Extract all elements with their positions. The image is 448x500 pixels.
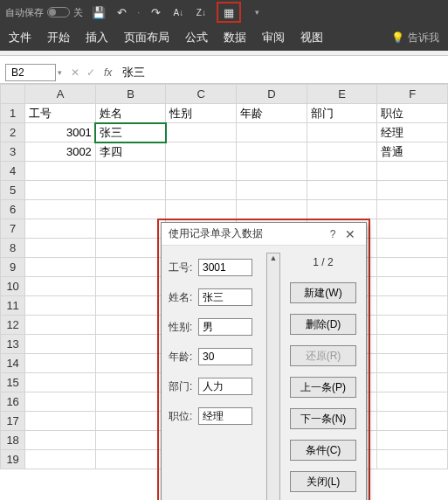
cell[interactable]	[25, 162, 96, 181]
cell[interactable]	[237, 142, 307, 162]
tab-layout[interactable]: 页面布局	[124, 30, 169, 45]
cell[interactable]	[377, 335, 448, 354]
save-icon[interactable]: 💾	[92, 5, 106, 19]
col-hdr-d[interactable]: D	[237, 85, 307, 104]
tell-me[interactable]: 💡 告诉我	[391, 31, 439, 45]
cell[interactable]: 经理	[377, 123, 448, 142]
row-hdr[interactable]: 14	[1, 354, 25, 373]
cell[interactable]	[25, 219, 96, 239]
cell[interactable]	[307, 142, 377, 162]
row-hdr[interactable]: 4	[1, 162, 25, 181]
cell[interactable]	[377, 316, 448, 335]
row-hdr[interactable]: 7	[1, 219, 25, 239]
cell[interactable]	[166, 142, 237, 162]
cell[interactable]	[95, 354, 166, 373]
cell[interactable]	[95, 316, 166, 335]
cell[interactable]: 姓名	[95, 104, 166, 123]
cell[interactable]	[25, 412, 96, 431]
cell[interactable]	[25, 450, 96, 469]
redo-icon[interactable]: ↷	[148, 5, 162, 19]
cell[interactable]	[95, 181, 166, 200]
form-icon[interactable]: ▦	[217, 2, 241, 23]
cell[interactable]	[377, 296, 448, 316]
name-box[interactable]	[5, 64, 56, 81]
tab-home[interactable]: 开始	[47, 30, 70, 45]
close-button[interactable]: 关闭(L)	[290, 471, 356, 492]
row-hdr[interactable]: 10	[1, 277, 25, 296]
cancel-icon[interactable]: ✕	[71, 66, 79, 79]
field-name-input[interactable]	[198, 288, 252, 306]
cell[interactable]	[95, 412, 166, 431]
cell[interactable]	[237, 181, 307, 200]
cell[interactable]	[307, 162, 377, 181]
field-dept-input[interactable]	[198, 378, 252, 395]
cell[interactable]	[25, 200, 96, 219]
cell-selected[interactable]: 张三	[95, 123, 166, 142]
next-button[interactable]: 下一条(N)	[290, 408, 356, 429]
cell[interactable]	[377, 450, 448, 469]
cell[interactable]	[237, 162, 307, 181]
cell[interactable]	[25, 354, 96, 373]
formula-input[interactable]	[117, 64, 448, 81]
cell[interactable]: 3002	[25, 142, 96, 162]
row-hdr[interactable]: 9	[1, 258, 25, 277]
cell[interactable]	[377, 412, 448, 431]
fx-icon[interactable]: fx	[104, 66, 112, 79]
cell[interactable]: 李四	[95, 142, 166, 162]
cell[interactable]	[25, 431, 96, 450]
tab-formula[interactable]: 公式	[185, 30, 208, 45]
cell[interactable]	[95, 431, 166, 450]
cell[interactable]	[25, 258, 96, 277]
sort-asc-icon[interactable]: A↓	[171, 5, 185, 19]
tab-file[interactable]: 文件	[9, 30, 31, 45]
row-hdr[interactable]: 12	[1, 316, 25, 335]
prev-button[interactable]: 上一条(P)	[290, 377, 356, 398]
tab-review[interactable]: 审阅	[262, 30, 285, 45]
cell[interactable]	[377, 431, 448, 450]
cell[interactable]	[95, 450, 166, 469]
cell[interactable]	[95, 239, 166, 258]
field-id-input[interactable]	[198, 259, 252, 276]
cell[interactable]	[307, 123, 377, 142]
cell[interactable]	[95, 200, 166, 219]
tab-insert[interactable]: 插入	[86, 30, 108, 45]
cell[interactable]	[25, 392, 96, 412]
dialog-close-button[interactable]: ✕	[341, 227, 359, 241]
cell[interactable]	[25, 316, 96, 335]
cell[interactable]	[237, 123, 307, 142]
cell[interactable]	[95, 219, 166, 239]
select-all-corner[interactable]	[1, 85, 25, 104]
cell[interactable]	[25, 373, 96, 392]
cell[interactable]: 3001	[25, 123, 96, 142]
name-box-dropdown-icon[interactable]: ▾	[58, 68, 62, 77]
scroll-up-icon[interactable]: ▲	[267, 253, 279, 262]
cell[interactable]	[25, 239, 96, 258]
cell[interactable]: 性别	[166, 104, 237, 123]
cell[interactable]	[237, 200, 307, 219]
col-hdr-f[interactable]: F	[377, 85, 448, 104]
qat-dropdown-icon[interactable]: ▾	[250, 5, 264, 19]
cell[interactable]	[166, 200, 237, 219]
cell[interactable]: 普通	[377, 142, 448, 162]
cell[interactable]	[25, 277, 96, 296]
cell[interactable]	[95, 277, 166, 296]
dialog-scrollbar[interactable]: ▲ ▼	[266, 253, 280, 500]
row-hdr[interactable]: 3	[1, 142, 25, 162]
confirm-icon[interactable]: ✓	[86, 66, 95, 79]
row-hdr[interactable]: 6	[1, 200, 25, 219]
row-hdr[interactable]: 8	[1, 239, 25, 258]
cell[interactable]	[377, 392, 448, 412]
row-hdr[interactable]: 2	[1, 123, 25, 142]
new-button[interactable]: 新建(W)	[290, 282, 356, 303]
cell[interactable]	[377, 277, 448, 296]
row-hdr[interactable]: 16	[1, 392, 25, 412]
cell[interactable]	[95, 162, 166, 181]
cell[interactable]	[377, 258, 448, 277]
restore-button[interactable]: 还原(R)	[290, 345, 356, 366]
cell[interactable]	[377, 354, 448, 373]
col-hdr-e[interactable]: E	[307, 85, 377, 104]
cell[interactable]	[95, 392, 166, 412]
dialog-help-button[interactable]: ?	[324, 228, 341, 240]
row-hdr[interactable]: 1	[1, 104, 25, 123]
cell[interactable]	[307, 200, 377, 219]
